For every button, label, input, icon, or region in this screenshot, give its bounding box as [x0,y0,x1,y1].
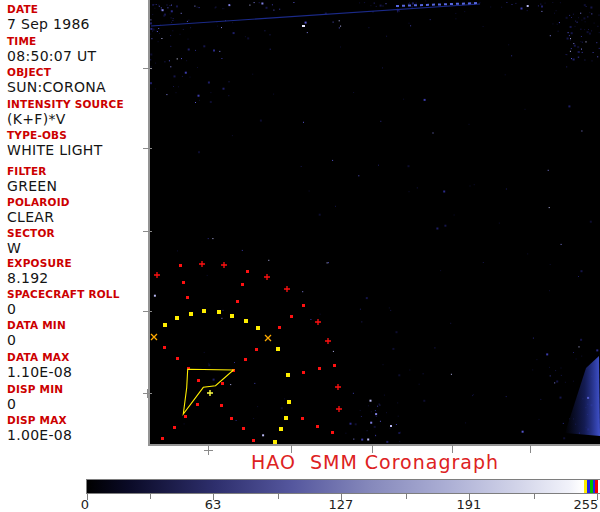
noise-pixel [188,20,189,21]
noise-pixel [208,364,210,366]
noise-pixel [319,214,321,216]
yellow-dot [256,326,260,330]
noise-pixel [353,439,354,440]
noise-pixel [512,4,513,5]
noise-pixel [198,151,200,153]
noise-pixel [359,2,360,3]
noise-pixel [521,8,523,10]
noise-pixel [565,382,566,383]
metadata-field: DATE7 Sep 1986 [7,4,90,32]
noise-pixel [397,8,398,9]
noise-pixel [150,22,152,24]
noise-pixel [150,34,151,35]
noise-pixel [273,94,274,95]
noise-pixel [366,297,368,299]
noise-pixel [567,38,569,40]
noise-pixel [561,368,562,369]
coronagraph-image-panel [148,0,600,446]
noise-pixel [599,15,600,16]
metadata-value: 0 [7,332,66,348]
noise-pixel [533,338,534,339]
noise-pixel [581,49,582,50]
noise-pixel [541,11,542,12]
noise-pixel [440,270,441,271]
metadata-field: INTENSITY SOURCE(K+F)*V [7,99,124,127]
noise-pixel [563,423,564,424]
noise-pixel [588,29,589,30]
noise-pixel [339,27,340,28]
metadata-label: INTENSITY SOURCE [7,99,124,110]
red-dot [331,431,334,434]
noise-pixel [398,432,400,434]
noise-pixel [568,105,570,107]
noise-pixel [583,17,585,19]
noise-pixel [180,34,181,35]
noise-pixel [511,55,512,56]
noise-pixel [333,22,334,23]
noise-pixel [374,426,376,428]
noise-pixel [249,5,250,6]
noise-pixel [219,51,220,52]
noise-pixel [581,131,582,132]
orange-x-marker [265,335,271,341]
noise-pixel [549,290,550,291]
noise-pixel [245,36,246,37]
noise-pixel [253,418,254,419]
noise-pixel [383,364,384,365]
noise-pixel [228,95,229,96]
noise-pixel [532,369,533,370]
noise-pixel [423,400,425,402]
red-dot [252,439,255,442]
yellow-dot [276,347,280,351]
noise-pixel [590,221,592,223]
noise-pixel [577,46,579,48]
metadata-label: FILTER [7,166,57,177]
noise-pixel [596,349,598,351]
noise-pixel [188,39,189,40]
noise-pixel [232,135,233,136]
noise-pixel [527,5,529,7]
noise-pixel [204,352,205,353]
noise-pixel [377,406,378,407]
noise-pixel [197,7,198,8]
noise-pixel [210,92,211,93]
yellow-dot [286,373,290,377]
noise-pixel [154,295,156,297]
metadata-label: DATA MIN [7,320,66,331]
metadata-field: DISP MAX1.00E-08 [7,415,72,443]
noise-pixel [166,94,167,95]
metadata-label: SECTOR [7,228,55,239]
metadata-field: DATA MIN0 [7,320,66,348]
noise-pixel [361,439,363,441]
noise-pixel [581,270,583,272]
noise-pixel [340,47,341,48]
noise-pixel [151,38,152,39]
orange-x-marker [151,334,157,340]
noise-pixel [221,27,222,28]
noise-pixel [228,4,230,6]
noise-pixel [360,410,361,411]
noise-pixel [370,400,372,402]
metadata-label: TYPE-OBS [7,130,103,141]
noise-pixel [549,367,550,368]
noise-pixel [480,2,481,3]
noise-pixel [397,11,398,12]
colorbar-minor-tick [150,494,151,499]
colorbar-tick-label: 63 [191,497,235,512]
yellow-dot [284,416,288,420]
metadata-label: OBJECT [7,67,106,78]
metadata-field: TYPE-OBSWHITE LIGHT [7,130,103,158]
noise-pixel [580,29,581,30]
noise-pixel [408,165,410,167]
noise-pixel [433,133,434,134]
noise-pixel [473,394,474,395]
noise-pixel [302,291,303,292]
noise-pixel [152,31,153,32]
noise-pixel [310,319,311,320]
noise-pixel [374,3,375,4]
noise-pixel [272,4,273,5]
yellow-dot [189,312,193,316]
noise-pixel [335,206,336,207]
noise-pixel [577,22,578,23]
noise-pixel [181,13,182,14]
